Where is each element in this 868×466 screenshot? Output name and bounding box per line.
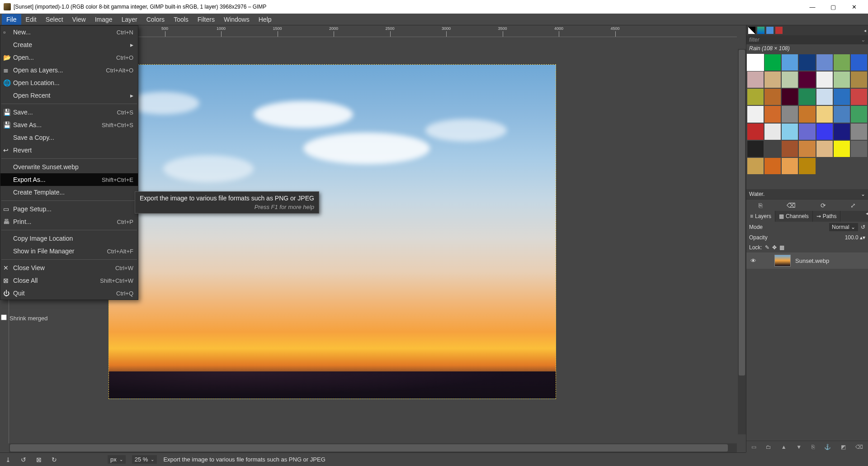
mode-switch-icon[interactable]: ↺ bbox=[861, 224, 865, 230]
pattern-swatch[interactable] bbox=[799, 106, 815, 122]
dock-menu-icon[interactable]: ◂ bbox=[864, 28, 866, 33]
lock-alpha-icon[interactable]: ▦ bbox=[779, 244, 784, 251]
layer-name[interactable]: Sunset.webp bbox=[795, 257, 829, 264]
pattern-swatch[interactable] bbox=[799, 54, 815, 71]
pattern-swatch[interactable] bbox=[816, 141, 833, 157]
pattern-swatch[interactable] bbox=[782, 158, 798, 174]
new-group-icon[interactable]: 🗀 bbox=[766, 444, 771, 450]
mask-icon[interactable]: ◩ bbox=[841, 444, 846, 450]
pattern-swatch[interactable] bbox=[834, 141, 850, 157]
pattern-swatch[interactable] bbox=[764, 89, 781, 105]
pattern-swatch[interactable] bbox=[747, 54, 764, 71]
pattern-swatch[interactable] bbox=[782, 89, 798, 105]
file-menu-item[interactable]: 💾Save...Ctrl+S bbox=[0, 106, 138, 119]
pattern-swatch[interactable] bbox=[851, 141, 867, 157]
raise-layer-icon[interactable]: ▲ bbox=[781, 444, 787, 450]
vertical-scrollbar[interactable] bbox=[738, 49, 746, 434]
save-status-icon[interactable]: ⤓ bbox=[4, 456, 13, 463]
file-menu-item[interactable]: 📂Open...Ctrl+O bbox=[0, 51, 138, 64]
layer-opacity-slider[interactable]: Opacity 100.0 ▴▾ bbox=[746, 233, 868, 243]
undo-history-icon[interactable]: ↺ bbox=[19, 456, 28, 463]
pattern-swatch[interactable] bbox=[816, 54, 833, 71]
pattern-swatch[interactable] bbox=[782, 141, 798, 157]
layer-list[interactable]: 👁 Sunset.webp bbox=[746, 252, 868, 441]
pattern-swatch[interactable] bbox=[816, 106, 833, 122]
pattern-swatch[interactable] bbox=[782, 71, 798, 88]
new-layer-icon[interactable]: ▭ bbox=[751, 444, 756, 450]
patterns-tab-icon[interactable] bbox=[757, 27, 764, 34]
file-menu-item[interactable]: 💾Save As...Shift+Ctrl+S bbox=[0, 119, 138, 131]
shrink-merged-checkbox[interactable] bbox=[1, 314, 7, 320]
file-menu-item[interactable]: 🌐Open Location... bbox=[0, 76, 138, 89]
pattern-swatch[interactable] bbox=[747, 124, 764, 140]
cancel-icon[interactable]: ⊠ bbox=[34, 456, 43, 463]
menu-colors[interactable]: Colors bbox=[142, 14, 169, 25]
pattern-swatch[interactable] bbox=[764, 106, 781, 122]
pattern-swatch[interactable] bbox=[747, 106, 764, 122]
pattern-swatch[interactable] bbox=[782, 54, 798, 71]
layer-mode-select[interactable]: Normal ⌄ bbox=[829, 223, 858, 231]
menu-image[interactable]: Image bbox=[90, 14, 117, 25]
open-as-image-icon[interactable]: ⤢ bbox=[850, 202, 856, 209]
file-menu-item[interactable]: 🖶Print...Ctrl+P bbox=[0, 215, 138, 228]
pattern-swatch[interactable] bbox=[851, 89, 867, 105]
pattern-swatch[interactable] bbox=[782, 124, 798, 140]
pattern-swatch[interactable] bbox=[764, 71, 781, 88]
pattern-swatch[interactable] bbox=[816, 71, 833, 88]
pattern-swatch[interactable] bbox=[747, 71, 764, 88]
pattern-swatch[interactable] bbox=[851, 54, 867, 71]
pattern-swatch[interactable] bbox=[747, 141, 764, 157]
chevron-down-icon[interactable]: ⌄ bbox=[861, 37, 865, 43]
menu-select[interactable]: Select bbox=[41, 14, 68, 25]
file-menu-item[interactable]: Export As...Shift+Ctrl+E bbox=[0, 173, 138, 186]
pattern-swatch[interactable] bbox=[851, 106, 867, 122]
file-menu-item[interactable]: Save a Copy... bbox=[0, 131, 138, 144]
pattern-swatch[interactable] bbox=[747, 158, 764, 174]
redo-icon[interactable]: ↻ bbox=[50, 456, 59, 463]
image-canvas[interactable] bbox=[108, 64, 556, 399]
pattern-swatch[interactable] bbox=[834, 54, 850, 71]
menu-edit[interactable]: Edit bbox=[21, 14, 41, 25]
tool-option-shrink-merged[interactable]: Shrink merged bbox=[1, 314, 66, 322]
horizontal-scrollbar[interactable] bbox=[9, 443, 737, 452]
fonts-tab-icon[interactable] bbox=[775, 27, 783, 34]
pattern-swatch[interactable] bbox=[747, 89, 764, 105]
file-menu-item[interactable]: Show in File ManagerCtrl+Alt+F bbox=[0, 245, 138, 257]
menu-tools[interactable]: Tools bbox=[169, 14, 193, 25]
dock-menu-icon[interactable]: ◂ bbox=[866, 211, 868, 222]
lock-pixels-icon[interactable]: ✎ bbox=[765, 244, 769, 251]
menu-filters[interactable]: Filters bbox=[193, 14, 219, 25]
close-window-button[interactable]: ✕ bbox=[844, 0, 864, 14]
pattern-swatch[interactable] bbox=[799, 71, 815, 88]
pattern-swatch[interactable] bbox=[834, 106, 850, 122]
pattern-swatch[interactable] bbox=[834, 124, 850, 140]
pattern-swatch[interactable] bbox=[799, 124, 815, 140]
menu-windows[interactable]: Windows bbox=[219, 14, 254, 25]
file-menu-item[interactable]: ▭Page Setup... bbox=[0, 203, 138, 215]
duplicate-icon[interactable]: ⎘ bbox=[759, 202, 762, 209]
file-menu-item[interactable]: Create bbox=[0, 38, 138, 51]
unit-select[interactable]: px ⌄ bbox=[108, 455, 126, 464]
menu-file[interactable]: File bbox=[2, 14, 21, 25]
layers-tab[interactable]: ≡ Layers bbox=[746, 211, 775, 222]
file-menu-item[interactable]: Copy Image Location bbox=[0, 232, 138, 245]
channels-tab[interactable]: ▦ Channels bbox=[775, 211, 813, 222]
pattern-filter-input[interactable]: filter ⌄ bbox=[746, 35, 868, 44]
file-menu-item[interactable]: ✕Close ViewCtrl+W bbox=[0, 262, 138, 274]
file-menu-item[interactable]: Create Template... bbox=[0, 186, 138, 199]
pattern-swatch[interactable] bbox=[851, 71, 867, 88]
layer-visibility-icon[interactable]: 👁 bbox=[749, 257, 757, 264]
lower-layer-icon[interactable]: ▼ bbox=[796, 444, 802, 450]
zoom-select[interactable]: 25 % ⌄ bbox=[132, 455, 157, 464]
pattern-swatch[interactable] bbox=[764, 124, 781, 140]
pattern-swatch[interactable] bbox=[799, 141, 815, 157]
pattern-swatch[interactable] bbox=[816, 124, 833, 140]
file-menu-item[interactable]: ↩Revert bbox=[0, 144, 138, 157]
pattern-swatch[interactable] bbox=[782, 106, 798, 122]
file-menu-item[interactable]: Open Recent bbox=[0, 89, 138, 102]
pattern-swatch[interactable] bbox=[764, 141, 781, 157]
brushes-tab-icon[interactable] bbox=[748, 27, 755, 34]
lock-position-icon[interactable]: ✥ bbox=[772, 244, 777, 251]
layer-item[interactable]: 👁 Sunset.webp bbox=[746, 252, 868, 269]
menu-help[interactable]: Help bbox=[254, 14, 276, 25]
